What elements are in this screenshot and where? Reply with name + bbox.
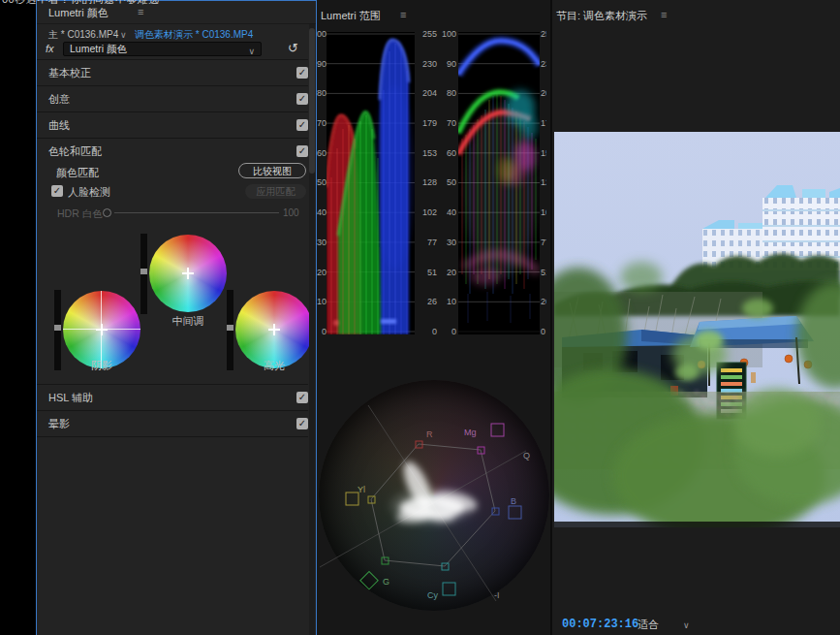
tab-program-monitor[interactable]: 节目: 调色素材演示 <box>556 9 647 23</box>
panel-menu-icon[interactable]: ≡ <box>138 6 143 17</box>
top-clipped-caption-text: 00秒遇不着？你的问题不够难选 <box>2 0 160 5</box>
midtones-luma-handle[interactable] <box>140 269 147 274</box>
tick: 102 <box>541 207 546 217</box>
waveform-scale-100: 1009080706050403020100 <box>441 29 456 336</box>
shadows-wheel-center <box>96 324 108 335</box>
tick: 102 <box>422 207 437 217</box>
tick: 10 <box>447 297 456 306</box>
color-match-title: 颜色匹配 <box>56 166 99 180</box>
tick: 0 <box>541 327 546 336</box>
creative-checkbox[interactable]: ✓ <box>296 93 308 105</box>
tick: 0 <box>432 327 437 336</box>
shadows-label: 阴影 <box>73 359 131 373</box>
tick: 230 <box>541 59 546 69</box>
chevron-down-icon[interactable]: ∨ <box>683 620 690 630</box>
tick: 10 <box>317 297 327 306</box>
program-video-frame <box>554 132 840 527</box>
tick: 230 <box>422 59 437 69</box>
svg-text:R: R <box>426 429 433 439</box>
master-clip-dropdown[interactable]: 主 * C0136.MP4 <box>48 28 118 42</box>
tick: 60 <box>317 148 327 158</box>
reset-effect-button[interactable]: ↺ <box>288 42 298 55</box>
face-detect-checkbox[interactable]: ✓ <box>51 185 63 197</box>
panel-menu-icon[interactable]: ≡ <box>661 9 667 20</box>
tick: 179 <box>541 118 546 128</box>
basic-correction-checkbox[interactable]: ✓ <box>296 67 308 79</box>
tick: 77 <box>427 238 437 247</box>
highlights-luma-handle[interactable] <box>227 325 233 331</box>
tick: 51 <box>427 268 437 277</box>
vignette-checkbox[interactable]: ✓ <box>296 418 308 429</box>
highlights-label: 高光 <box>245 359 303 373</box>
midtones-luma-slider[interactable] <box>140 234 147 314</box>
tab-lumetri-color[interactable]: Lumetri 颜色 <box>48 6 109 20</box>
color-wheels-checkbox[interactable]: ✓ <box>296 145 308 157</box>
section-label: 曲线 <box>37 112 308 139</box>
section-basic-correction[interactable]: 基本校正 ✓ <box>37 59 308 86</box>
svg-text:-I: -I <box>494 590 500 600</box>
program-monitor-panel: 节目: 调色素材演示 ≡ <box>550 0 840 635</box>
highlights-luma-slider[interactable] <box>227 290 233 370</box>
section-hsl-secondary[interactable]: HSL 辅助 ✓ <box>37 384 308 411</box>
vectorscope-trace <box>389 458 479 525</box>
section-creative[interactable]: 创意 ✓ <box>37 85 308 112</box>
tick: 77 <box>541 238 546 247</box>
tab-lumetri-scopes[interactable]: Lumetri 范围 <box>321 9 381 23</box>
tick: 80 <box>317 88 327 98</box>
check-icon: ✓ <box>298 119 306 130</box>
check-icon: ✓ <box>298 418 306 429</box>
panel-menu-icon[interactable]: ≡ <box>400 9 406 20</box>
tick: 90 <box>317 59 327 69</box>
panel-scrollbar-thumb[interactable] <box>309 28 315 174</box>
tick: 128 <box>422 177 437 187</box>
hdr-white-slider-track[interactable] <box>114 212 279 213</box>
apply-match-button-disabled[interactable]: 应用匹配 <box>245 184 306 199</box>
tick: 255 <box>541 29 546 39</box>
waveform-rgb-right <box>458 32 540 334</box>
tick: 128 <box>541 177 546 187</box>
hsl-checkbox[interactable]: ✓ <box>296 392 308 403</box>
effect-select-value: Lumetri 颜色 <box>70 43 127 54</box>
highlights-wheel-center <box>268 324 280 335</box>
tick: 0 <box>451 327 456 336</box>
panel-scrollbar[interactable] <box>309 24 315 635</box>
top-clipped-caption: 00秒遇不着？你的问题不够难选 <box>0 0 203 5</box>
zoom-fit-select[interactable]: 适合 <box>638 618 659 632</box>
svg-text:G: G <box>383 577 389 587</box>
compare-view-button[interactable]: 比较视图 <box>238 163 306 178</box>
section-label: 创意 <box>37 86 308 112</box>
section-color-wheels-match[interactable]: 色轮和匹配 ✓ <box>37 138 308 165</box>
chevron-down-icon: ∨ <box>248 46 255 58</box>
program-timecode[interactable]: 00:07:23:16 <box>562 618 638 631</box>
chevron-down-icon[interactable]: ∨ <box>120 30 127 40</box>
hdr-white-slider-handle[interactable] <box>103 208 111 217</box>
shadows-luma-handle[interactable] <box>54 325 61 331</box>
hdr-white-value: 100 <box>283 207 299 218</box>
lumetri-scopes-panel: Lumetri 范围 ≡ 1009080706050403020100 <box>317 0 550 635</box>
tick: 100 <box>442 29 456 39</box>
svg-text:Q: Q <box>523 451 530 460</box>
check-icon: ✓ <box>53 185 61 196</box>
tick: 40 <box>447 207 456 217</box>
tick: 90 <box>447 59 456 69</box>
tick: 51 <box>541 268 546 277</box>
target-clip-link[interactable]: 调色素材演示 * C0136.MP4 <box>135 28 253 42</box>
section-vignette[interactable]: 晕影 ✓ <box>37 410 308 437</box>
tick: 50 <box>447 177 456 187</box>
hdr-white-label: HDR 白色 <box>57 207 103 221</box>
fx-icon: fx <box>46 43 54 54</box>
section-curves[interactable]: 曲线 ✓ <box>37 111 308 139</box>
check-icon: ✓ <box>298 93 306 104</box>
effect-select[interactable]: Lumetri 颜色 ∨ <box>63 42 262 56</box>
shadows-luma-slider[interactable] <box>54 290 61 370</box>
curves-checkbox[interactable]: ✓ <box>296 119 308 131</box>
tick: 30 <box>317 238 327 247</box>
midtones-wheel-center <box>182 268 194 279</box>
section-label: 基本校正 <box>37 60 308 86</box>
tick: 204 <box>422 88 437 98</box>
check-icon: ✓ <box>298 392 306 402</box>
section-label: HSL 辅助 <box>37 385 308 411</box>
waveform-rgb-left <box>327 32 415 334</box>
premiere-workspace: 00秒遇不着？你的问题不够难选 Lumetri 颜色 ≡ 主 * C0136.M… <box>0 0 840 635</box>
svg-text:B: B <box>511 496 516 506</box>
